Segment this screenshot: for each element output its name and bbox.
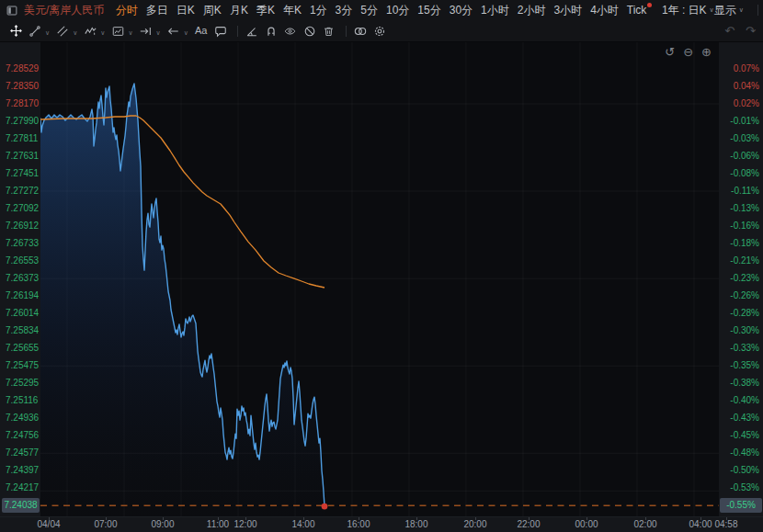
chart-region[interactable]: 7.285297.283507.281707.279907.278117.276… <box>0 42 763 532</box>
top-bar: 美元/离岸人民币 分时多日日K周K月K季K年K1分3分5分10分15分30分1小… <box>0 0 763 20</box>
zoom-in-icon[interactable]: ⊕ <box>701 45 712 59</box>
percent-label: 0.07% <box>721 62 759 75</box>
price-label: 7.24577 <box>6 447 39 459</box>
chevron-down-icon[interactable]: ∨ <box>45 29 50 37</box>
zoom-out-icon[interactable]: ⊖ <box>683 45 693 59</box>
period-tab-季K[interactable]: 季K <box>252 3 279 18</box>
chevron-down-icon[interactable]: ∨ <box>128 29 132 37</box>
time-tick-mark <box>645 517 646 520</box>
price-axis-left: 7.285297.283507.281707.279907.278117.276… <box>0 42 40 517</box>
percent-label: -0.33% <box>721 342 759 355</box>
period-tab-10分[interactable]: 10分 <box>382 3 413 18</box>
price-label: 7.24397 <box>6 464 39 477</box>
percent-label: -0.16% <box>721 220 759 232</box>
undo-icon[interactable]: ↶ <box>724 24 735 38</box>
period-tab-年K[interactable]: 年K <box>279 3 305 18</box>
time-tick-mark <box>586 517 587 520</box>
chevron-down-icon[interactable]: ∨ <box>73 29 77 37</box>
percent-label: -0.11% <box>721 185 759 198</box>
period-tabs: 分时多日日K周K月K季K年K1分3分5分10分15分30分1小时2小时3小时4小… <box>111 3 651 18</box>
hide-drawings-tool[interactable] <box>282 22 299 40</box>
period-tab-30分[interactable]: 30分 <box>445 3 476 18</box>
topbar-right-controls: 显示 ∨ ∨ <box>714 3 763 18</box>
arrow-left-tool[interactable] <box>165 22 182 40</box>
reset-zoom-icon[interactable]: ↺ <box>665 45 675 59</box>
period-tab-分时[interactable]: 分时 <box>111 3 142 18</box>
time-label: 14:00 <box>291 519 314 529</box>
chevron-down-icon[interactable]: ∨ <box>100 29 105 37</box>
period-tab-日K[interactable]: 日K <box>172 3 199 18</box>
time-tick-mark <box>163 517 164 520</box>
channel-tool[interactable] <box>54 22 71 40</box>
period-tab-1分[interactable]: 1分 <box>305 3 331 18</box>
period-tab-1小时[interactable]: 1小时 <box>477 3 514 18</box>
trend-line-tool[interactable] <box>27 22 43 40</box>
text-tool[interactable]: Aa <box>193 22 210 40</box>
price-label: 7.26373 <box>6 272 39 285</box>
period-tab-3分[interactable]: 3分 <box>331 3 357 18</box>
price-label: 7.27272 <box>6 185 39 198</box>
chevron-down-icon[interactable]: ∨ <box>184 29 188 37</box>
percent-label: -0.01% <box>721 115 759 128</box>
magnet-tool[interactable] <box>263 22 279 40</box>
period-tab-多日[interactable]: 多日 <box>142 3 172 18</box>
period-tab-15分[interactable]: 15分 <box>414 3 445 18</box>
price-label: 7.27990 <box>6 115 39 128</box>
pattern-tool[interactable] <box>109 22 126 40</box>
redo-icon[interactable]: ↷ <box>746 24 756 38</box>
price-label: 7.28170 <box>6 97 39 110</box>
time-label: 04:58 <box>714 519 737 529</box>
price-line-tool[interactable] <box>138 22 154 40</box>
period-tab-4小时[interactable]: 4小时 <box>586 3 623 18</box>
period-tab-2小时[interactable]: 2小时 <box>513 3 550 18</box>
delete-tool[interactable] <box>321 22 337 40</box>
price-label: 7.27451 <box>6 167 39 180</box>
clone-tool[interactable] <box>352 22 369 40</box>
ban-drawings-tool[interactable] <box>302 22 318 40</box>
current-percent-tag: -0.55% <box>720 498 762 513</box>
percent-label: -0.35% <box>721 359 759 372</box>
time-tick-mark <box>700 517 701 520</box>
period-tab-Tick[interactable]: Tick <box>622 4 651 17</box>
time-axis: 04/0407:0009:0011:0012:0014:0016:0018:00… <box>0 516 763 532</box>
price-label: 7.27092 <box>6 202 39 215</box>
period-tab-周K[interactable]: 周K <box>199 3 225 18</box>
time-label: 20:00 <box>463 519 486 529</box>
drawing-settings-gear-icon[interactable] <box>371 22 388 40</box>
move-tool[interactable] <box>7 22 24 40</box>
wave-tool[interactable] <box>82 22 98 40</box>
percent-label: -0.40% <box>721 394 759 407</box>
period-tab-5分[interactable]: 5分 <box>357 3 382 18</box>
percent-label: -0.50% <box>721 464 759 477</box>
comment-tool[interactable] <box>212 22 229 40</box>
time-label: 02:00 <box>633 519 656 529</box>
last-price-dot <box>322 504 328 510</box>
range-selector[interactable]: 1年 : 日K ∨ <box>662 3 714 18</box>
undo-redo-group: ↶ ↷ <box>724 24 756 38</box>
percent-label: -0.38% <box>721 377 759 390</box>
intraday-plot[interactable] <box>40 42 719 517</box>
time-tick-mark <box>49 517 50 520</box>
period-tab-3小时[interactable]: 3小时 <box>550 3 586 18</box>
angle-tool[interactable] <box>244 22 260 40</box>
time-label: 00:00 <box>575 519 598 529</box>
percent-label: -0.28% <box>721 307 759 320</box>
time-tick-mark <box>218 517 219 520</box>
percent-label: -0.45% <box>721 429 759 442</box>
price-label: 7.26733 <box>6 237 39 250</box>
percent-label: -0.26% <box>721 289 759 302</box>
percent-label: 0.02% <box>721 97 759 110</box>
text-tool-label: Aa <box>195 26 207 36</box>
period-tab-月K[interactable]: 月K <box>225 3 252 18</box>
display-menu[interactable]: 显示 ∨ <box>714 3 744 18</box>
percent-label: -0.48% <box>721 447 759 459</box>
price-area-fill <box>40 84 325 517</box>
drawing-toolbar: ∨ ∨ ∨ ∨ ∨ ∨ Aa <box>0 20 763 42</box>
zoom-controls: ↺ ⊖ ⊕ <box>665 45 712 59</box>
chevron-down-icon[interactable]: ∨ <box>156 29 161 37</box>
collapse-left-panel-icon[interactable] <box>6 5 18 17</box>
time-tick-mark <box>359 517 359 520</box>
price-label: 7.24756 <box>6 429 39 442</box>
new-badge-dot <box>647 3 652 7</box>
percent-label: -0.03% <box>721 132 759 145</box>
